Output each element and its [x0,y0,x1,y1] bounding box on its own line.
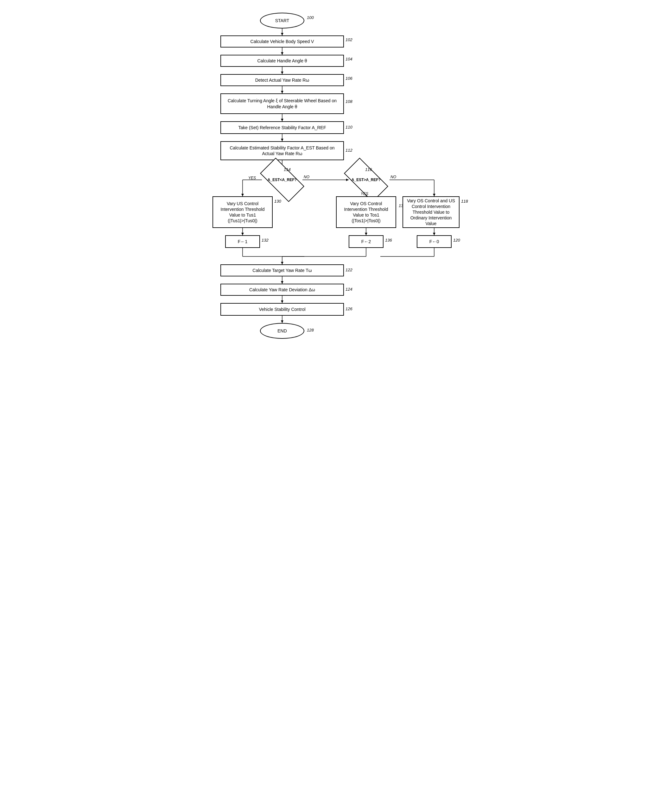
node-114-id: 114 [284,167,291,172]
node-124-label: Calculate Yaw Rate Deviation Δω [249,287,315,292]
node-132: F←1 [225,235,260,248]
svg-marker-25 [241,233,244,235]
node-124: Calculate Yaw Rate Deviation Δω [221,284,344,296]
diamond-114-label: A_EST<A_REF? [267,177,297,182]
node-112-label: Calculate Estimated Stability Factor A_E… [224,145,340,157]
svg-marker-40 [281,281,283,284]
svg-marker-9 [281,119,283,121]
node-104-id: 104 [346,57,352,61]
start-id: 100 [307,15,314,20]
start-node: START [260,13,304,29]
node-120-label: F←0 [429,239,439,244]
yes-label-116: YES [361,192,368,196]
svg-marker-44 [281,320,283,323]
svg-marker-1 [281,33,283,35]
node-112: Calculate Estimated Stability Factor A_E… [221,141,344,160]
node-110-id: 110 [346,125,352,129]
node-110: Take (Set) Reference Stability Factor A_… [221,121,344,134]
svg-marker-27 [365,233,367,235]
node-106: Detect Actual Yaw Rate Rω [221,74,344,86]
node-120: F←0 [417,235,451,248]
no-label-114: NO [304,175,309,179]
node-104-label: Calculate Handle Angle θ [257,58,307,64]
node-136-label: F←2 [362,239,371,244]
node-110-label: Take (Set) Reference Stability Factor A_… [238,125,326,131]
node-136-id: 136 [385,238,392,243]
svg-marker-16 [241,194,244,196]
node-122-label: Calculate Target Yaw Rate Tω [253,268,312,273]
node-122: Calculate Target Yaw Rate Tω [221,264,344,276]
node-108-id: 108 [346,99,352,104]
flowchart: START 100 Calculate Vehicle Body Speed V… [194,6,478,355]
node-134-label: Vary OS Control Intervention Threshold V… [340,201,392,224]
node-118-id: 118 [461,199,468,204]
node-126-label: Vehicle Stability Control [259,307,305,312]
node-120-id: 120 [453,238,460,243]
node-130-label: Vary US Control Intervention Threshold V… [216,201,269,224]
yes-label-114: YES [248,176,256,180]
svg-marker-7 [281,91,283,93]
node-130: Vary US Control Intervention Threshold V… [213,196,273,228]
node-134: Vary OS Control Intervention Threshold V… [336,196,396,228]
diamond-116-label: A_EST>A_REF? [352,177,381,182]
node-122-id: 122 [346,268,352,272]
end-node: END [260,323,304,339]
node-118: Vary OS Control and US Control Intervent… [403,196,459,228]
node-102-label: Calculate Vehicle Body Speed V [251,38,314,44]
svg-marker-38 [281,262,283,264]
node-126-id: 126 [346,307,352,311]
node-132-label: F←1 [238,239,247,244]
node-112-id: 112 [346,148,352,153]
no-label-116: NO [390,175,396,179]
node-130-id: 130 [274,199,281,204]
node-102: Calculate Vehicle Body Speed V [221,35,344,48]
svg-marker-23 [433,194,435,196]
svg-marker-5 [281,72,283,74]
start-label: START [275,18,290,24]
svg-marker-29 [433,233,435,235]
node-118-label: Vary OS Control and US Control Intervent… [406,198,456,227]
node-136: F←2 [349,235,384,248]
end-id: 128 [307,328,314,332]
node-104: Calculate Handle Angle θ [221,55,344,67]
node-102-id: 102 [346,37,352,42]
diamond-114-wrapper: A_EST<A_REF? [262,168,302,191]
svg-marker-42 [281,300,283,303]
svg-marker-3 [281,52,283,55]
node-132-id: 132 [262,238,269,243]
node-106-label: Detect Actual Yaw Rate Rω [255,77,309,83]
node-108-label: Calculate Turning Angle ξ of Steerable W… [224,98,340,109]
svg-marker-11 [281,139,283,141]
node-124-id: 124 [346,287,352,292]
node-108: Calculate Turning Angle ξ of Steerable W… [221,93,344,114]
node-106-id: 106 [346,76,352,81]
node-126: Vehicle Stability Control [221,303,344,316]
node-116-id: 116 [365,167,372,172]
end-label: END [277,328,287,334]
